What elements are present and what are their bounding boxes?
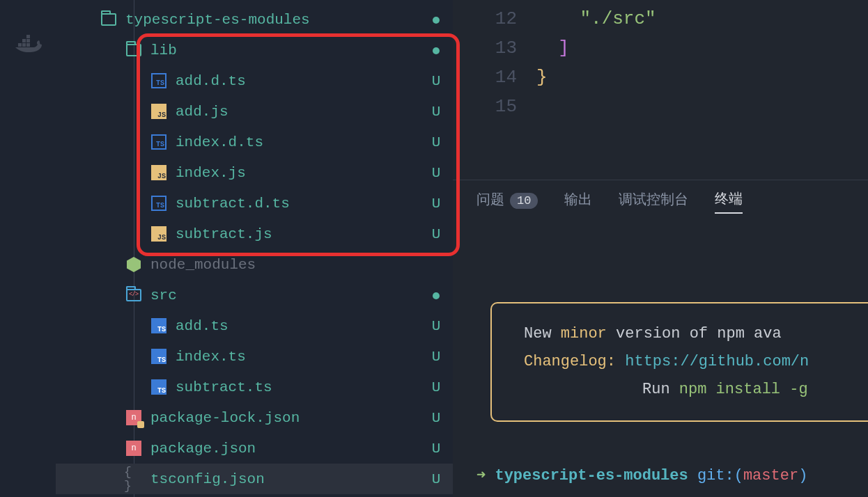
line-number: 13: [453, 33, 517, 63]
tree-item[interactable]: lib: [56, 35, 453, 65]
t: version of npm ava: [607, 325, 782, 342]
tree-item-label: src: [150, 287, 426, 303]
line-number-gutter: 12131415: [453, 4, 536, 180]
git-status: U: [426, 226, 446, 242]
line-number: 14: [453, 63, 517, 92]
git-status: U: [426, 471, 446, 487]
tree-item[interactable]: TSadd.tsU: [56, 310, 453, 341]
tab-label: 调试控制台: [619, 192, 688, 208]
panel-tab[interactable]: 问题10: [476, 186, 538, 213]
folder-src-icon: [124, 289, 144, 301]
t: minor: [561, 325, 607, 342]
tree-item[interactable]: TSsubtract.tsU: [56, 372, 453, 402]
npm-notice-box: New minor version of npm ava Changelog: …: [490, 302, 868, 422]
tree-item[interactable]: npackage.jsonU: [56, 433, 453, 464]
tree-item[interactable]: TSadd.d.tsU: [56, 65, 453, 96]
ts-icon: TS: [149, 196, 169, 211]
tab-label: 终端: [715, 191, 743, 207]
file-explorer: typescript-es-modules libTSadd.d.tsUJSad…: [56, 0, 453, 497]
tree-item[interactable]: TSindex.d.tsU: [56, 127, 453, 157]
tab-label: 输出: [564, 192, 592, 208]
git-status: [426, 12, 446, 28]
tree-item-label: index.d.ts: [176, 134, 426, 150]
terminal-prompt[interactable]: ➜ typescript-es-modules git:(master): [476, 462, 807, 490]
git-status: U: [426, 165, 446, 181]
folder-icon: [124, 44, 144, 56]
t: Changelog:: [524, 353, 625, 370]
panel-tab[interactable]: 调试控制台: [619, 186, 688, 213]
git-status: U: [426, 441, 446, 457]
prompt-dir: typescript-es-modules: [495, 467, 688, 484]
git-status: U: [426, 349, 446, 365]
tree-item-label: index.js: [176, 165, 426, 181]
tree-item[interactable]: node_modules: [56, 249, 453, 280]
git-status: U: [426, 73, 446, 89]
git-status: U: [426, 104, 446, 120]
json-icon: n: [124, 441, 144, 456]
tree-item[interactable]: JSadd.jsU: [56, 96, 453, 127]
code-line[interactable]: }: [536, 63, 868, 92]
panel-tab-bar: 问题10输出调试控制台终端: [453, 180, 868, 219]
docker-icon[interactable]: [14, 35, 42, 61]
ts-solid-icon: TS: [149, 379, 169, 395]
tree-item-label: package-lock.json: [150, 410, 426, 426]
ts-icon: TS: [149, 73, 169, 88]
svg-rect-4: [26, 39, 30, 42]
js-icon: JS: [149, 165, 169, 180]
tree-item-label: add.js: [176, 104, 426, 120]
js-icon: JS: [149, 226, 169, 242]
editor-group: 12131415 "./src" ]} 问题10输出调试控制台终端 New mi…: [453, 0, 868, 497]
code-line[interactable]: "./src": [536, 4, 868, 33]
tree-item-label: typescript-es-modules: [125, 12, 426, 28]
tree-item-label: lib: [150, 42, 426, 58]
node-icon: [124, 257, 144, 272]
tab-label: 问题: [476, 192, 504, 208]
git-status: U: [426, 379, 446, 395]
tree-item[interactable]: { }tsconfig.jsonU: [56, 464, 453, 494]
svg-rect-5: [26, 35, 30, 38]
tree-item[interactable]: TSindex.tsU: [56, 341, 453, 372]
t: Run: [642, 381, 679, 398]
code-line[interactable]: ]: [536, 33, 868, 63]
ts-solid-icon: TS: [149, 349, 169, 364]
git-status: [426, 287, 446, 303]
tree-item[interactable]: JSindex.jsU: [56, 157, 453, 188]
tree-item[interactable]: src: [56, 280, 453, 310]
line-number: 15: [453, 92, 517, 121]
tree-item-label: index.ts: [176, 349, 426, 365]
code-editor[interactable]: 12131415 "./src" ]}: [453, 0, 868, 180]
activity-bar: [0, 0, 56, 497]
tree-item-label: subtract.ts: [176, 379, 426, 395]
brace-icon: { }: [124, 465, 144, 493]
svg-rect-1: [22, 43, 26, 47]
git-status: U: [426, 318, 446, 334]
line-number: 12: [453, 4, 517, 33]
git-status: U: [426, 410, 446, 426]
git-status: U: [426, 196, 446, 212]
prompt-git-paren: ): [798, 467, 807, 484]
tree-item[interactable]: TSsubtract.d.tsU: [56, 188, 453, 219]
git-status: U: [426, 134, 446, 150]
tree-item-label: package.json: [150, 441, 426, 457]
prompt-git-label: git:(: [697, 467, 743, 484]
svg-rect-2: [26, 43, 30, 47]
tree-item[interactable]: JSsubtract.jsU: [56, 219, 453, 249]
ts-solid-icon: TS: [149, 318, 169, 333]
tree-item-label: add.ts: [176, 318, 426, 334]
tree-item-label: subtract.d.ts: [176, 196, 426, 212]
tree-item[interactable]: npackage-lock.jsonU: [56, 402, 453, 433]
t: npm install -g: [679, 381, 808, 398]
svg-rect-3: [22, 39, 26, 42]
git-status: [426, 42, 446, 58]
panel-tab[interactable]: 终端: [715, 185, 743, 214]
terminal-panel[interactable]: New minor version of npm ava Changelog: …: [453, 219, 868, 497]
tree-item-label: tsconfig.json: [150, 471, 426, 487]
code-line[interactable]: [536, 92, 868, 121]
tab-badge: 10: [510, 193, 538, 209]
folder-icon: [99, 13, 118, 26]
tree-item-label: add.d.ts: [176, 73, 426, 89]
tree-folder-root[interactable]: typescript-es-modules: [56, 4, 453, 35]
panel-tab[interactable]: 输出: [564, 186, 592, 213]
code-content[interactable]: "./src" ]}: [536, 4, 868, 180]
svg-rect-0: [18, 43, 22, 47]
